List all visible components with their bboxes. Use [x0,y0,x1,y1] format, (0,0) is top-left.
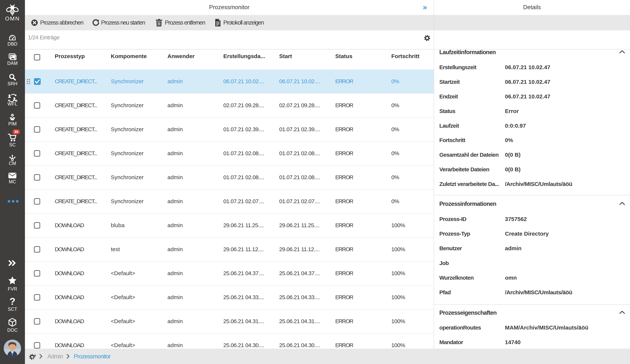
svg-text:P: P [12,114,13,116]
